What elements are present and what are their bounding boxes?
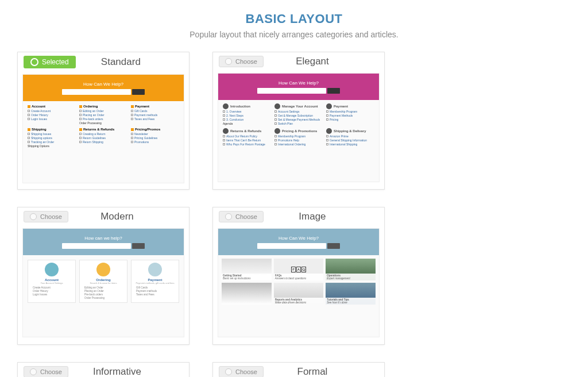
choose-button[interactable]: Choose: [219, 211, 264, 222]
preview-image: How Can We Help? Getting StartedBasic se…: [218, 228, 380, 337]
layout-card-modern[interactable]: Choose Modern How can we help? AccountYo…: [17, 207, 189, 345]
layout-name: Informative: [68, 366, 166, 377]
layout-name: Image: [264, 211, 361, 222]
layout-name: Elegant: [264, 56, 361, 67]
hero-text: How Can We Help?: [278, 236, 319, 241]
selected-ring-icon: [30, 58, 38, 66]
hero-text: How can we help?: [84, 236, 122, 241]
preview-standard: How Can We Help? AccountCreate AccountOr…: [22, 74, 184, 183]
radio-icon: [225, 213, 232, 220]
layout-grid: Selected Standard How Can We Help? Accou…: [17, 52, 571, 377]
layout-card-standard[interactable]: Selected Standard How Can We Help? Accou…: [17, 52, 189, 190]
radio-icon: [30, 368, 37, 375]
radio-icon: [30, 213, 37, 220]
choose-button[interactable]: Choose: [24, 366, 68, 377]
cart-icon: [96, 263, 110, 276]
layout-card-image[interactable]: Choose Image How Can We Help? Getting St…: [212, 207, 385, 345]
layout-name: Standard: [76, 56, 166, 68]
choose-button[interactable]: Choose: [219, 366, 264, 377]
page-title: BASIC LAYOUT: [17, 11, 571, 26]
radio-icon: [225, 368, 232, 375]
layout-name: Formal: [264, 366, 361, 377]
selected-badge: Selected: [24, 56, 76, 68]
person-icon: [45, 263, 59, 276]
selected-label: Selected: [42, 58, 69, 66]
radio-icon: [225, 58, 232, 65]
preview-modern: How can we help? AccountYour Account Set…: [22, 228, 184, 337]
choose-button[interactable]: Choose: [24, 211, 68, 222]
layout-card-informative[interactable]: Choose Informative Going further? Accoun…: [17, 362, 189, 377]
hero-text: How Can We Help?: [278, 80, 319, 86]
hero-text: How Can We Help?: [83, 82, 123, 87]
layout-card-elegant[interactable]: Choose Elegant How Can We Help? Introduc…: [212, 52, 385, 190]
preview-elegant: How Can We Help? Introduction1. Overview…: [218, 73, 380, 182]
choose-button[interactable]: Choose: [219, 56, 264, 67]
card-icon: [148, 263, 162, 276]
layout-name: Modern: [68, 211, 166, 222]
layout-card-formal[interactable]: Choose Formal Welcome to our Knowledge B…: [212, 362, 385, 377]
page-subtitle: Popular layout that nicely arranges cate…: [17, 30, 571, 39]
